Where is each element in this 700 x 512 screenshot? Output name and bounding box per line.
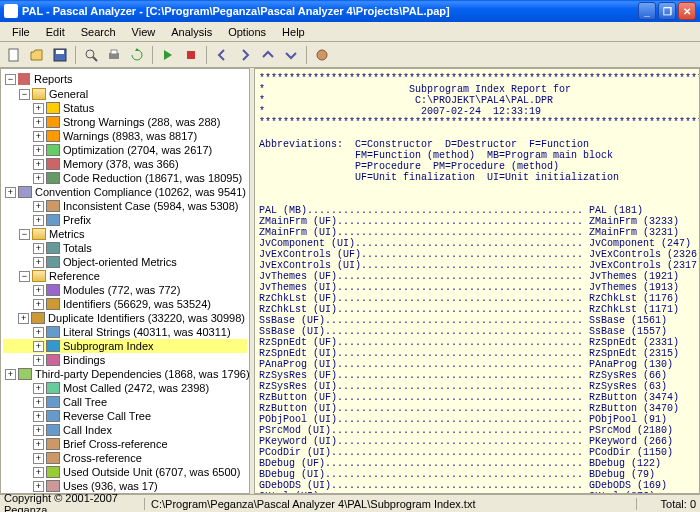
menu-analysis[interactable]: Analysis	[163, 24, 220, 40]
stop-button[interactable]	[181, 45, 201, 65]
nav-up-button[interactable]	[258, 45, 278, 65]
tree-item[interactable]: +Literal Strings (40311, was 40311)	[3, 325, 247, 339]
tree-group-general[interactable]: −General	[3, 87, 247, 101]
nav-down-button[interactable]	[281, 45, 301, 65]
menu-file[interactable]: File	[4, 24, 38, 40]
expander-icon[interactable]: +	[33, 159, 44, 170]
expander-icon[interactable]: +	[5, 187, 16, 198]
tree-item[interactable]: +Modules (772, was 772)	[3, 283, 247, 297]
tree-group-label: General	[49, 88, 88, 100]
node-icon	[46, 130, 60, 142]
expander-icon[interactable]: +	[33, 215, 44, 226]
close-button[interactable]: ✕	[678, 2, 696, 20]
svg-line-4	[93, 57, 97, 61]
expander-icon[interactable]: +	[33, 173, 44, 184]
menu-help[interactable]: Help	[274, 24, 313, 40]
nav-forward-button[interactable]	[235, 45, 255, 65]
collapse-icon[interactable]: −	[5, 74, 16, 85]
tree-root[interactable]: − Reports	[3, 71, 247, 87]
tree-item[interactable]: +Warnings (8983, was 8817)	[3, 129, 247, 143]
tree-item[interactable]: +Object-oriented Metrics	[3, 255, 247, 269]
expander-icon[interactable]: +	[33, 257, 44, 268]
tree-item[interactable]: +Identifiers (56629, was 53524)	[3, 297, 247, 311]
tree-item[interactable]: +Prefix	[3, 213, 247, 227]
tree-item[interactable]: +Cross-reference	[3, 451, 247, 465]
open-button[interactable]	[27, 45, 47, 65]
expander-icon[interactable]: +	[33, 299, 44, 310]
tree-item[interactable]: +Totals	[3, 241, 247, 255]
expander-icon[interactable]: +	[33, 383, 44, 394]
expander-icon[interactable]: +	[33, 425, 44, 436]
tree-item[interactable]: +Call Index	[3, 423, 247, 437]
tree-item[interactable]: +Reverse Call Tree	[3, 409, 247, 423]
tree-item[interactable]: +Optimization (2704, was 2617)	[3, 143, 247, 157]
expander-icon[interactable]: +	[33, 145, 44, 156]
expander-icon[interactable]: +	[33, 117, 44, 128]
menu-view[interactable]: View	[124, 24, 164, 40]
expander-icon[interactable]: +	[33, 411, 44, 422]
menu-options[interactable]: Options	[220, 24, 274, 40]
tree-panel[interactable]: − Reports −General+Status+Strong Warning…	[0, 68, 250, 494]
expander-icon[interactable]: +	[33, 481, 44, 492]
maximize-button[interactable]: ❐	[658, 2, 676, 20]
node-icon	[46, 116, 60, 128]
report-panel[interactable]: ****************************************…	[254, 68, 700, 494]
tree-item[interactable]: +Used Outside Unit (6707, was 6500)	[3, 465, 247, 479]
tree-item[interactable]: +Most Called (2472, was 2398)	[3, 381, 247, 395]
save-button[interactable]	[50, 45, 70, 65]
expander-icon[interactable]: +	[33, 327, 44, 338]
expander-icon[interactable]: +	[33, 355, 44, 366]
status-copyright: Copyright © 2001-2007 Peganza	[4, 492, 144, 513]
tree-item[interactable]: +Strong Warnings (288, was 288)	[3, 115, 247, 129]
expander-icon[interactable]: +	[33, 103, 44, 114]
tree-item[interactable]: +Subprogram Index	[3, 339, 247, 353]
status-bar: Copyright © 2001-2007 Peganza C:\Program…	[0, 494, 700, 512]
find-button[interactable]	[81, 45, 101, 65]
refresh-button[interactable]	[127, 45, 147, 65]
print-button[interactable]	[104, 45, 124, 65]
tree-item[interactable]: +Third-party Dependencies (1868, was 179…	[3, 367, 247, 381]
tree-item[interactable]: +Brief Cross-reference	[3, 437, 247, 451]
tree-item-label: Uses (936, was 17)	[63, 480, 158, 492]
tree-item[interactable]: +Call Tree	[3, 395, 247, 409]
expander-icon[interactable]: −	[19, 229, 30, 240]
tree-item[interactable]: +Bindings	[3, 353, 247, 367]
expander-icon[interactable]: +	[33, 285, 44, 296]
expander-icon[interactable]: +	[5, 369, 16, 380]
expander-icon[interactable]: +	[33, 453, 44, 464]
options-button[interactable]	[312, 45, 332, 65]
new-button[interactable]	[4, 45, 24, 65]
tree-item[interactable]: +Duplicate Identifiers (33220, was 30998…	[3, 311, 247, 325]
tree-item[interactable]: +Memory (378, was 366)	[3, 157, 247, 171]
minimize-button[interactable]: _	[638, 2, 656, 20]
node-icon	[46, 102, 60, 114]
tree-group-metrics[interactable]: −Metrics	[3, 227, 247, 241]
node-icon	[46, 284, 60, 296]
tree-item[interactable]: +Status	[3, 101, 247, 115]
tree-item-label: Subprogram Index	[63, 340, 154, 352]
expander-icon[interactable]: −	[19, 271, 30, 282]
expander-icon[interactable]: +	[18, 313, 29, 324]
expander-icon[interactable]: +	[33, 341, 44, 352]
node-icon	[46, 382, 60, 394]
status-total: Total: 0	[636, 498, 696, 510]
tree-item[interactable]: +Inconsistent Case (5984, was 5308)	[3, 199, 247, 213]
tree-group-reference[interactable]: −Reference	[3, 269, 247, 283]
expander-icon[interactable]: +	[33, 397, 44, 408]
tree-item-label: Warnings (8983, was 8817)	[63, 130, 197, 142]
expander-icon[interactable]: +	[33, 439, 44, 450]
expander-icon[interactable]: +	[33, 131, 44, 142]
expander-icon[interactable]: +	[33, 243, 44, 254]
run-button[interactable]	[158, 45, 178, 65]
title-bar: PAL - Pascal Analyzer - [C:\Program\Pega…	[0, 0, 700, 22]
expander-icon[interactable]: +	[33, 467, 44, 478]
nav-back-button[interactable]	[212, 45, 232, 65]
menu-search[interactable]: Search	[73, 24, 124, 40]
tree-item[interactable]: +Code Reduction (18671, was 18095)	[3, 171, 247, 185]
svg-rect-0	[9, 49, 18, 61]
expander-icon[interactable]: −	[19, 89, 30, 100]
tree-item-label: Bindings	[63, 354, 105, 366]
menu-edit[interactable]: Edit	[38, 24, 73, 40]
expander-icon[interactable]: +	[33, 201, 44, 212]
tree-item[interactable]: +Convention Compliance (10262, was 9541)	[3, 185, 247, 199]
